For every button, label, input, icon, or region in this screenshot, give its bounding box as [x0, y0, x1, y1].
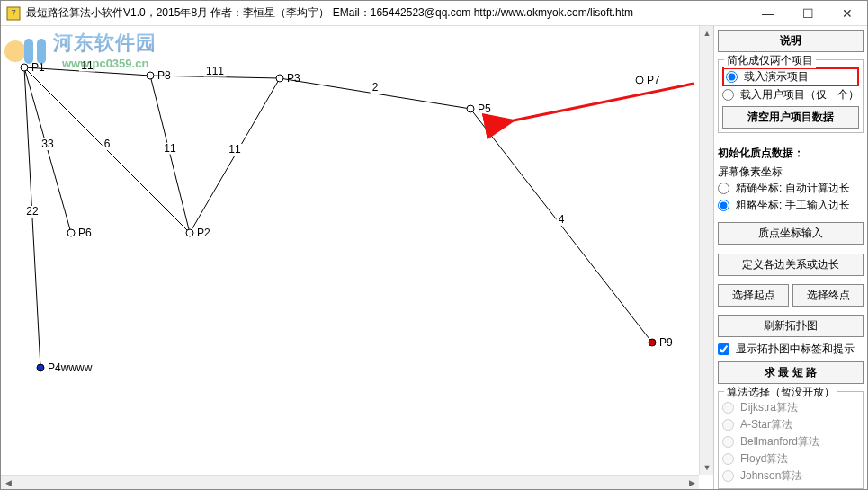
scroll-up-icon[interactable]: ▲	[700, 26, 714, 40]
init-title: 初始化质点数据：	[718, 144, 864, 161]
edge-weight: 11	[228, 143, 241, 156]
load-user-radio[interactable]: 载入用户项目（仅一个）	[722, 86, 859, 103]
graph-node[interactable]	[276, 75, 283, 82]
node-label: P8	[157, 69, 171, 82]
edge-weight: 111	[206, 65, 224, 77]
coord-exact-radio[interactable]: 精确坐标: 自动计算边长	[718, 180, 864, 197]
coord-title: 屏幕像素坐标	[718, 163, 864, 180]
node-label: P6	[78, 227, 92, 239]
edge-weight: 33	[41, 138, 54, 150]
graph-node[interactable]	[37, 364, 44, 371]
edge-weight: 11	[81, 59, 94, 72]
scroll-left-icon[interactable]: ◀	[1, 476, 15, 489]
algo-dijkstra-radio: Dijkstra算法	[722, 399, 859, 416]
close-button[interactable]: ✕	[828, 1, 867, 25]
node-label: P2	[197, 227, 210, 239]
show-labels-label: 显示拓扑图中标签和提示	[736, 342, 855, 357]
node-label: P5	[478, 102, 491, 115]
edge-weight: 22	[26, 205, 39, 218]
maximize-button[interactable]: ☐	[788, 1, 828, 25]
load-demo-radio[interactable]: 载入演示项目	[722, 67, 859, 86]
graph-node[interactable]	[67, 229, 75, 236]
clear-user-button[interactable]: 清空用户项目数据	[722, 106, 859, 129]
node-label: P3	[287, 72, 300, 85]
load-demo-label: 载入演示项目	[744, 69, 809, 85]
load-demo-radio-input[interactable]	[726, 71, 738, 83]
algo-johnson-radio: Johnson算法	[722, 468, 859, 485]
vertical-scrollbar[interactable]: ▲ ▼	[699, 26, 713, 475]
coord-group: 屏幕像素坐标 精确坐标: 自动计算边长 粗略坐标: 手工输入边长	[718, 163, 864, 214]
refresh-button[interactable]: 刷新拓扑图	[718, 315, 864, 337]
simplify-group: 简化成仅两个项目 载入演示项目 载入用户项目（仅一个） 清空用户项目数据	[718, 59, 864, 133]
graph-node[interactable]	[636, 76, 643, 84]
algorithm-legend: 算法选择（暂没开放）	[724, 385, 837, 400]
minimize-button[interactable]: —	[748, 1, 788, 25]
app-icon: 7	[6, 6, 21, 21]
node-label: P4wwww	[48, 361, 93, 374]
edge-weight: 2	[372, 81, 379, 94]
coord-rough-radio-input[interactable]	[718, 200, 729, 211]
algorithm-group: 算法选择（暂没开放） Dijkstra算法 A-Star算法 Bellmanfo…	[718, 391, 864, 489]
define-edges-button[interactable]: 定义各边关系或边长	[718, 254, 864, 276]
algo-floyd-radio: Floyd算法	[722, 450, 859, 468]
explain-button[interactable]: 说明	[718, 30, 864, 52]
graph-node[interactable]	[467, 105, 474, 112]
simplify-legend: 简化成仅两个项目	[724, 53, 816, 68]
graph-node[interactable]	[186, 229, 193, 236]
coord-rough-radio[interactable]: 粗略坐标: 手工输入边长	[718, 197, 864, 214]
solve-button[interactable]: 求 最 短 路	[718, 361, 864, 384]
window-controls: — ☐ ✕	[748, 1, 867, 25]
select-start-button[interactable]: 选择起点	[718, 284, 789, 307]
select-end-button[interactable]: 选择终点	[792, 284, 864, 307]
coord-rough-label: 粗略坐标: 手工输入边长	[736, 198, 850, 213]
topology-graph: 6223311111111124P1P2P3P4wwwwP5P6P7P8P9	[1, 26, 699, 475]
edge-weight: 4	[559, 213, 565, 226]
title-bar: 7 最短路径算法小软件V1.0，2015年8月 作者：李恒星（李均宇） EMai…	[1, 1, 867, 26]
show-labels-checkbox-input[interactable]	[718, 343, 729, 355]
input-coords-button[interactable]: 质点坐标输入	[718, 222, 864, 245]
edge-weight: 11	[164, 142, 176, 155]
sidebar: 说明 简化成仅两个项目 载入演示项目 载入用户项目（仅一个） 清空用户项目数据 …	[714, 26, 867, 489]
scroll-right-icon[interactable]: ▶	[685, 476, 699, 489]
algo-astar-radio: A-Star算法	[722, 416, 859, 433]
node-label: P7	[647, 74, 660, 86]
horizontal-scrollbar[interactable]: ◀ ▶	[1, 475, 699, 489]
node-label: P9	[659, 336, 673, 349]
coord-exact-label: 精确坐标: 自动计算边长	[736, 181, 850, 196]
load-user-radio-input[interactable]	[722, 89, 734, 101]
edge-weight: 6	[104, 138, 111, 150]
node-label: P1	[31, 61, 45, 74]
svg-text:7: 7	[11, 9, 16, 19]
algo-bellman-radio: Bellmanford算法	[722, 433, 859, 450]
graph-node[interactable]	[649, 339, 656, 346]
coord-exact-radio-input[interactable]	[718, 183, 729, 194]
load-user-label: 载入用户项目（仅一个）	[740, 87, 859, 102]
show-labels-checkbox[interactable]: 显示拓扑图中标签和提示	[718, 341, 864, 358]
graph-node[interactable]	[21, 64, 28, 71]
canvas-area[interactable]: 6223311111111124P1P2P3P4wwwwP5P6P7P8P9 河…	[1, 26, 714, 489]
graph-node[interactable]	[147, 72, 154, 79]
window-title: 最短路径算法小软件V1.0，2015年8月 作者：李恒星（李均宇） EMail：…	[26, 5, 748, 21]
scroll-down-icon[interactable]: ▼	[700, 460, 714, 475]
